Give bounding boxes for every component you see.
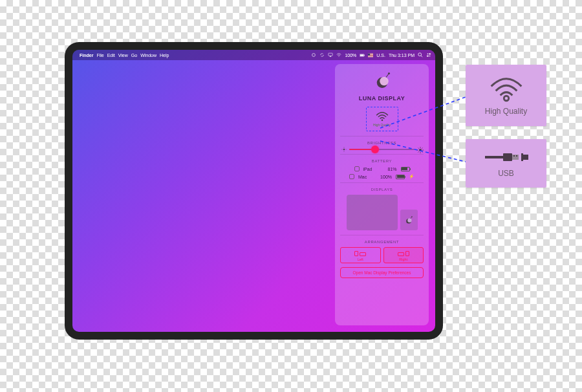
luna-logo-small-icon [404,215,413,224]
luna-menubar-icon[interactable] [311,52,316,58]
menubar-battery-percent[interactable]: 100% [345,53,356,58]
ipad-checkbox[interactable] [354,166,360,171]
ipad-percent: 81% [382,167,397,171]
callout-usb-label: USB [498,169,514,178]
mac-checkbox[interactable] [349,174,354,179]
svg-line-36 [422,148,422,149]
brightness-slider-row [340,147,424,152]
arrangement-left-button[interactable]: Left [340,247,381,263]
svg-line-13 [421,56,422,57]
battery-icon[interactable] [360,52,365,58]
connection-quality-label: High Quality [373,123,391,127]
svg-point-38 [408,219,412,223]
svg-point-12 [418,53,422,56]
svg-point-28 [419,149,422,151]
displays-section-label: DISPLAYS [340,188,424,191]
svg-point-21 [388,72,390,74]
menubar-app-name[interactable]: Finder [80,53,93,58]
divider [340,154,424,155]
svg-point-23 [343,149,345,150]
brightness-high-icon [417,147,422,152]
sync-icon[interactable] [319,52,325,58]
svg-rect-1 [329,53,332,56]
luna-display-panel: LUNA DISPLAY High Quality BRIGHTNESS [335,64,429,325]
battery-row-ipad: iPad 81% [340,166,424,171]
svg-rect-10 [368,56,373,57]
panel-title: LUNA DISPLAY [340,95,424,102]
mac-label: Mac [358,175,372,179]
svg-line-35 [418,151,419,152]
flag-icon[interactable] [368,52,373,58]
svg-rect-44 [512,155,519,160]
mac-battery-icon [396,175,405,179]
menubar-item-edit[interactable]: Edit [107,53,115,58]
usb-cable-icon [484,149,529,165]
open-display-preferences-button[interactable]: Open Mac Display Preferences [340,267,424,278]
svg-rect-47 [521,153,523,161]
arrangement-right-label: Right [384,257,424,261]
svg-point-22 [381,120,382,121]
svg-rect-15 [429,54,431,55]
connection-status-box[interactable]: High Quality [366,107,398,131]
arrangement-left-label: Left [341,257,380,261]
svg-point-41 [504,96,508,100]
display-preview-secondary[interactable] [400,210,418,230]
svg-point-16 [429,56,431,57]
spotlight-icon[interactable] [418,52,423,58]
ipad-label: iPad [363,167,378,171]
menubar: Finder File Edit View Go Window Help [72,50,435,60]
svg-rect-48 [523,155,528,160]
svg-point-2 [339,56,339,56]
control-center-icon[interactable] [426,52,431,58]
slider-thumb[interactable] [371,146,379,153]
callout-usb: USB [466,139,546,188]
menubar-item-file[interactable]: File [96,53,103,58]
svg-rect-17 [427,56,429,57]
svg-rect-46 [516,155,517,157]
arrangement-right-button[interactable]: Right [383,247,424,263]
luna-logo-icon [372,71,392,90]
brightness-section-label: BRIGHTNESS [340,141,424,145]
svg-rect-11 [368,53,370,55]
callout-wifi-label: High Quality [485,107,527,116]
display-preview-main[interactable] [347,195,398,230]
mac-percent: 100% [376,175,392,179]
callout-wifi: High Quality [466,65,546,126]
ipad-device-frame: Finder File Edit View Go Window Help [65,42,443,340]
macos-screen: Finder File Edit View Go Window Help [72,50,435,332]
arrangement-row: Left Right [340,247,424,263]
svg-point-19 [380,77,389,86]
charging-icon: ⚡ [409,174,415,179]
arrangement-section-label: ARRANGEMENT [340,240,424,244]
svg-rect-4 [360,54,364,56]
divider [340,182,424,183]
airplay-icon[interactable] [328,52,333,58]
menubar-clock[interactable]: Thu 3:13 PM [389,53,415,58]
wifi-icon[interactable] [336,52,341,58]
divider [340,235,424,235]
menubar-item-go[interactable]: Go [131,53,137,58]
svg-point-0 [312,54,316,57]
ipad-battery-icon [401,167,410,171]
panel-header: LUNA DISPLAY [340,68,424,105]
svg-rect-43 [503,153,512,161]
divider [340,136,424,136]
menubar-item-view[interactable]: View [118,53,128,58]
svg-rect-42 [485,156,504,158]
menubar-left: Finder File Edit View Go Window Help [76,53,169,58]
brightness-low-icon [341,147,347,152]
menubar-right: 100% U.S. Thu 3:13 PM [311,52,431,58]
svg-line-33 [418,148,419,149]
menubar-item-help[interactable]: Help [160,53,169,58]
menubar-input-source[interactable]: U.S. [376,53,385,58]
svg-rect-45 [513,155,515,157]
battery-section-label: BATTERY [340,159,424,163]
svg-point-14 [427,54,429,55]
menubar-item-window[interactable]: Window [140,53,156,58]
brightness-slider[interactable] [349,149,415,150]
displays-preview[interactable] [347,195,418,230]
wifi-icon [375,111,389,122]
svg-rect-5 [365,54,365,56]
battery-row-mac: Mac 100% ⚡ [340,174,424,179]
svg-line-34 [422,151,422,152]
